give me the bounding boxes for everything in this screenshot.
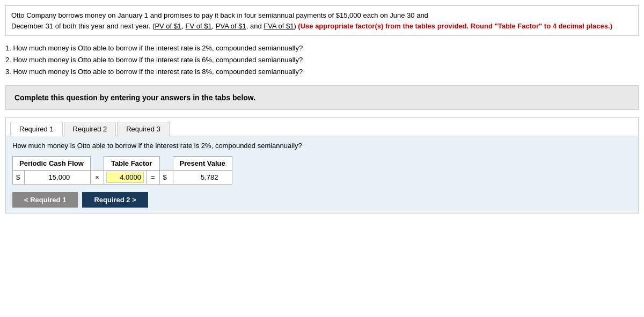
equals-header-blank <box>159 157 173 171</box>
tab-content-required-1: How much money is Otto able to borrow if… <box>6 136 638 213</box>
multiply-operator: × <box>90 171 104 185</box>
intro-box: Otto Company borrows money on January 1 … <box>5 5 639 36</box>
question-2: 2. How much money is Otto able to borrow… <box>5 54 639 66</box>
amount-cell[interactable] <box>25 171 91 185</box>
tab-required-3[interactable]: Required 3 <box>117 122 170 136</box>
complete-text: Complete this question by entering your … <box>14 93 255 102</box>
tab-question: How much money is Otto able to borrow if… <box>12 142 632 150</box>
complete-box: Complete this question by entering your … <box>5 85 639 110</box>
answer-table: Periodic Cash Flow Table Factor Present … <box>12 156 232 185</box>
nav-buttons: < Required 1 Required 2 > <box>12 192 632 208</box>
operator-header-blank <box>90 157 104 171</box>
dollar-sign-1: $ <box>13 171 25 185</box>
bold-instruction: (Use appropriate factor(s) from the tabl… <box>298 22 612 30</box>
table-factor-input[interactable] <box>106 172 144 183</box>
question-1: 1. How much money is Otto able to borrow… <box>5 42 639 54</box>
intro-text2: December 31 of both this year and next y… <box>11 22 155 30</box>
fv-link[interactable]: FV of $1 <box>185 22 211 30</box>
tabs-header: Required 1 Required 2 Required 3 <box>6 118 638 136</box>
tab-required-1[interactable]: Required 1 <box>10 122 63 136</box>
amount-input[interactable] <box>27 173 70 181</box>
answer-table-wrapper: Periodic Cash Flow Table Factor Present … <box>12 156 632 185</box>
fva-link[interactable]: FVA of $1 <box>264 22 294 30</box>
comma2: , <box>212 22 216 30</box>
required-2-next-button[interactable]: Required 2 > <box>82 192 148 208</box>
tab-question-text: How much money is Otto able to borrow if… <box>12 142 302 150</box>
pv-link[interactable]: PV of $1 <box>155 22 181 30</box>
dollar-sign-2: $ <box>159 171 173 185</box>
periodic-cash-flow-header: Periodic Cash Flow <box>13 157 91 171</box>
question-3: 3. How much money is Otto able to borrow… <box>5 66 639 78</box>
present-value-input[interactable] <box>175 173 218 181</box>
table-factor-header: Table Factor <box>104 157 159 171</box>
questions-section: 1. How much money is Otto able to borrow… <box>5 42 639 78</box>
tabs-container: Required 1 Required 2 Required 3 How muc… <box>5 117 639 213</box>
pva-link[interactable]: PVA of $1 <box>216 22 246 30</box>
equals-operator: = <box>146 171 159 185</box>
table-factor-cell[interactable] <box>104 171 146 185</box>
tab-required-2[interactable]: Required 2 <box>64 122 116 136</box>
required-1-back-button[interactable]: < Required 1 <box>12 192 78 208</box>
present-value-cell[interactable] <box>173 171 232 185</box>
intro-text1: Otto Company borrows money on January 1 … <box>11 11 428 19</box>
comma3: , and <box>246 22 264 30</box>
present-value-header: Present Value <box>173 157 232 171</box>
